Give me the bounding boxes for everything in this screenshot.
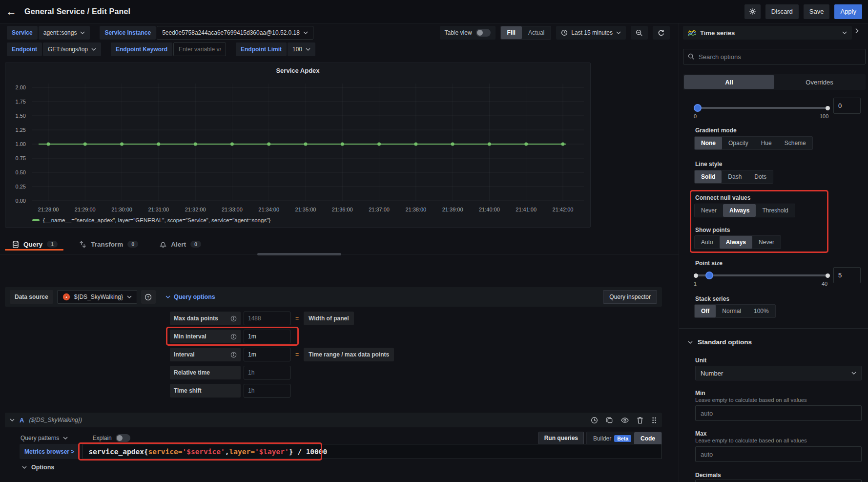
query-a-header[interactable]: A (${DS_SkyWalking}) <box>5 413 662 427</box>
builder-code-segment: BuilderBeta Code <box>586 432 662 445</box>
active-tab-underline <box>5 249 63 251</box>
eye-icon[interactable] <box>621 417 629 423</box>
clock-icon <box>561 29 568 36</box>
options-search <box>683 49 866 64</box>
gradient-none[interactable]: None <box>695 137 722 149</box>
tab-query[interactable]: Query 1 <box>12 241 58 248</box>
var-keyword-label: Endpoint Keyword <box>111 42 172 56</box>
panel-resize-handle[interactable] <box>257 253 341 255</box>
line-dash[interactable]: Dash <box>722 170 748 183</box>
derived-label: Time range / max data points <box>304 348 394 361</box>
stack-100[interactable]: 100% <box>747 305 775 317</box>
fill-opacity-slider-knob[interactable] <box>694 104 702 112</box>
option-row-interval: Interval 1m = Time range / max data poin… <box>170 348 394 361</box>
panel-settings-button[interactable] <box>744 4 761 19</box>
var-service-value[interactable]: agent::songs <box>39 26 90 40</box>
stack-normal[interactable]: Normal <box>716 305 747 317</box>
x-axis-tick: 21:37:00 <box>362 207 397 212</box>
max-input[interactable]: auto <box>695 446 862 462</box>
y-axis-tick: 1.25 <box>16 127 26 133</box>
time-shift-input[interactable]: 1h <box>244 384 290 398</box>
trash-icon[interactable] <box>637 417 643 424</box>
var-limit-value[interactable]: 100 <box>288 42 315 56</box>
explain-toggle[interactable] <box>116 434 130 442</box>
promql-expression-input[interactable]: service_apdex{service='$service', layer=… <box>82 444 662 459</box>
point-size-value[interactable]: 5 <box>833 267 861 283</box>
var-instance-value[interactable]: 5eed0e5758a244aca6e7699415d360aa@10.52.0… <box>157 26 313 40</box>
fill-opacity-value[interactable]: 0 <box>833 98 861 114</box>
max-data-points-input[interactable]: 1488 <box>244 312 290 325</box>
code-option[interactable]: Code <box>634 432 661 445</box>
fill-opacity-slider-track[interactable] <box>696 107 828 109</box>
transform-arrows-icon <box>79 241 86 248</box>
tab-alert[interactable]: Alert 0 <box>160 241 201 248</box>
drag-dots-icon[interactable] <box>651 417 657 424</box>
points-never[interactable]: Never <box>752 236 781 249</box>
metrics-browser-button[interactable]: Metrics browser > <box>20 444 79 459</box>
var-keyword-input[interactable] <box>173 42 226 56</box>
decimals-input[interactable] <box>695 480 862 482</box>
save-button[interactable]: Save <box>804 4 830 19</box>
data-point <box>561 143 565 146</box>
options-search-input[interactable] <box>699 53 861 61</box>
connect-always[interactable]: Always <box>723 204 756 217</box>
min-interval-input[interactable]: 1m <box>244 330 290 343</box>
query-patterns-dropdown[interactable]: Query patterns <box>21 435 68 441</box>
page-title: General Service / Edit Panel <box>24 7 130 16</box>
point-size-slider-knob[interactable] <box>705 272 713 279</box>
zoom-out-button[interactable] <box>631 26 648 40</box>
slider-min-label: 0 <box>694 113 697 119</box>
data-point <box>47 143 50 146</box>
points-always[interactable]: Always <box>720 236 752 249</box>
gradient-hue[interactable]: Hue <box>755 137 778 149</box>
history-clock-icon[interactable] <box>591 417 598 424</box>
query-options-header[interactable]: Query options <box>165 293 215 300</box>
points-auto[interactable]: Auto <box>695 236 720 249</box>
show-points-segment: Auto Always Never <box>694 235 781 249</box>
builder-option[interactable]: BuilderBeta <box>587 432 634 445</box>
var-endpoint-value[interactable]: GET:/songs/top <box>43 42 101 56</box>
point-size-slider-track[interactable] <box>696 274 828 276</box>
interval-input[interactable]: 1m <box>244 348 290 361</box>
table-view-toggle[interactable] <box>476 29 491 37</box>
visualization-select[interactable]: Time series <box>683 26 852 40</box>
data-point <box>230 143 234 146</box>
expression-row: Metrics browser > service_apdex{service=… <box>20 444 662 459</box>
tab-overrides[interactable]: Overrides <box>774 75 865 89</box>
tab-all[interactable]: All <box>684 75 774 89</box>
data-point <box>267 143 270 146</box>
run-queries-button[interactable]: Run queries <box>538 432 584 444</box>
data-point <box>414 143 417 146</box>
collapse-sidebar-button[interactable] <box>855 28 859 34</box>
apply-button[interactable]: Apply <box>834 4 862 19</box>
gradient-scheme[interactable]: Scheme <box>778 137 812 149</box>
unit-label: Unit <box>695 357 706 364</box>
query-inspector-button[interactable]: Query inspector <box>603 290 657 304</box>
gradient-opacity[interactable]: Opacity <box>722 137 755 149</box>
time-range-picker[interactable]: Last 15 minutes <box>556 26 626 40</box>
discard-button[interactable]: Discard <box>765 4 799 19</box>
x-axis-tick: 21:28:00 <box>31 207 66 212</box>
actual-option[interactable]: Actual <box>522 26 551 39</box>
stack-off[interactable]: Off <box>695 305 716 317</box>
datasource-help-button[interactable]: ? <box>141 290 156 304</box>
legend-item[interactable]: {__name__="service_apdex", layer="GENERA… <box>32 217 270 223</box>
query-options-collapse[interactable]: Options <box>22 464 54 471</box>
connect-never[interactable]: Never <box>695 204 723 217</box>
refresh-button[interactable] <box>653 26 670 40</box>
x-axis-tick: 21:32:00 <box>178 207 213 212</box>
connect-threshold[interactable]: Threshold <box>756 204 794 217</box>
standard-options-header[interactable]: Standard options <box>688 338 752 346</box>
line-dots[interactable]: Dots <box>748 170 773 183</box>
tab-transform[interactable]: Transform 0 <box>79 241 138 248</box>
y-axis-tick: 1.50 <box>16 113 26 119</box>
back-arrow-icon[interactable]: ← <box>6 6 17 17</box>
unit-select[interactable]: Number <box>695 366 862 380</box>
copy-icon[interactable] <box>606 417 613 424</box>
relative-time-input[interactable]: 1h <box>244 366 290 379</box>
fill-option[interactable]: Fill <box>501 26 522 39</box>
min-input[interactable]: auto <box>695 405 862 421</box>
datasource-select[interactable]: ${DS_SkyWalking} <box>57 290 137 304</box>
line-solid[interactable]: Solid <box>695 170 722 183</box>
stack-series-segment: Off Normal 100% <box>694 304 776 318</box>
